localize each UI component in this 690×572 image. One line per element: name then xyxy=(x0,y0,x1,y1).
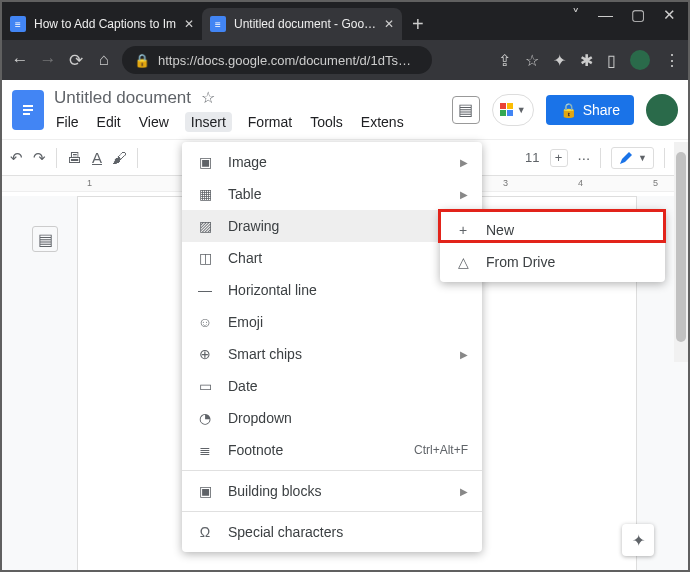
reload-icon[interactable]: ⟳ xyxy=(66,50,86,71)
svg-rect-5 xyxy=(507,103,513,109)
maximize-icon[interactable]: ▢ xyxy=(631,6,645,24)
insert-smartchips[interactable]: ⊕Smart chips▶ xyxy=(182,338,482,370)
minimize-icon[interactable]: — xyxy=(598,6,613,24)
new-tab-button[interactable]: + xyxy=(402,8,434,40)
header-right: ▤ ▼ 🔒 Share xyxy=(452,94,678,126)
redo-icon[interactable]: ↷ xyxy=(33,149,46,167)
menu-label: Date xyxy=(228,378,258,394)
star-icon[interactable]: ☆ xyxy=(201,88,215,107)
insert-date[interactable]: ▭Date xyxy=(182,370,482,402)
insert-building-blocks[interactable]: ▣Building blocks▶ xyxy=(182,475,482,507)
more-toolbar-icon[interactable]: ··· xyxy=(578,149,591,166)
menu-label: From Drive xyxy=(486,254,555,270)
menu-label: Smart chips xyxy=(228,346,302,362)
menu-label: Image xyxy=(228,154,267,170)
insert-dropdown[interactable]: ◔Dropdown xyxy=(182,402,482,434)
explore-button[interactable]: ✦ xyxy=(622,524,654,556)
caret-down-icon: ▼ xyxy=(638,153,647,163)
svg-rect-4 xyxy=(500,103,506,109)
tab-close-icon[interactable]: ✕ xyxy=(184,17,194,31)
omnibox[interactable]: 🔒 https://docs.google.com/document/d/1dT… xyxy=(122,46,432,74)
close-icon[interactable]: ✕ xyxy=(663,6,676,24)
insert-special-chars[interactable]: ΩSpecial characters xyxy=(182,516,482,548)
insert-drawing[interactable]: ▨Drawing▶ xyxy=(182,210,482,242)
menu-edit[interactable]: Edit xyxy=(95,112,123,132)
menu-label: Chart xyxy=(228,250,262,266)
forward-icon[interactable]: → xyxy=(38,50,58,70)
share-icon[interactable]: ⇪ xyxy=(498,51,511,70)
doc-title[interactable]: Untitled document xyxy=(54,88,191,108)
tab-close-icon[interactable]: ✕ xyxy=(384,17,394,31)
drawing-new[interactable]: +New xyxy=(440,214,665,246)
footnote-icon: ≣ xyxy=(196,442,214,458)
profile-avatar[interactable] xyxy=(630,50,650,70)
menu-insert[interactable]: Insert xyxy=(185,112,232,132)
submenu-arrow-icon: ▶ xyxy=(460,486,468,497)
menu-label: Drawing xyxy=(228,218,279,234)
menu-extensions[interactable]: Extens xyxy=(359,112,406,132)
omega-icon: Ω xyxy=(196,524,214,540)
ruler-mark: 5 xyxy=(653,178,658,188)
share-label: Share xyxy=(583,102,620,118)
comments-icon[interactable]: ▤ xyxy=(452,96,480,124)
svg-rect-1 xyxy=(23,105,33,107)
tab-untitled[interactable]: ≡ Untitled document - Google ✕ xyxy=(202,8,402,40)
submenu-arrow-icon: ▶ xyxy=(460,157,468,168)
drive-icon: △ xyxy=(454,254,472,270)
extension-icon[interactable]: ✦ xyxy=(553,51,566,70)
menu-file[interactable]: File xyxy=(54,112,81,132)
menubar: File Edit View Insert Format Tools Exten… xyxy=(54,112,442,132)
puzzle-icon[interactable]: ✱ xyxy=(580,51,593,70)
insert-chart[interactable]: ◫Chart▶ xyxy=(182,242,482,274)
drawing-from-drive[interactable]: △From Drive xyxy=(440,246,665,278)
tabs-icon[interactable]: ▯ xyxy=(607,51,616,70)
kebab-menu-icon[interactable]: ⋮ xyxy=(664,51,680,70)
print-icon[interactable]: 🖶 xyxy=(67,149,82,166)
shortcut-label: Ctrl+Alt+F xyxy=(414,443,468,457)
date-icon: ▭ xyxy=(196,378,214,394)
chart-icon: ◫ xyxy=(196,250,214,266)
docs-favicon: ≡ xyxy=(10,16,26,32)
url-text: https://docs.google.com/document/d/1dTsW… xyxy=(158,53,420,68)
insert-emoji[interactable]: ☺Emoji xyxy=(182,306,482,338)
font-size-plus[interactable]: + xyxy=(550,149,568,167)
tab-label: How to Add Captions to Im xyxy=(34,17,178,31)
home-icon[interactable]: ⌂ xyxy=(94,50,114,70)
svg-rect-2 xyxy=(23,109,33,111)
font-size[interactable]: 11 xyxy=(525,150,539,165)
docs-logo-icon[interactable] xyxy=(12,90,44,130)
menu-label: Emoji xyxy=(228,314,263,330)
insert-hr[interactable]: —Horizontal line xyxy=(182,274,482,306)
plus-icon: + xyxy=(454,222,472,238)
back-icon[interactable]: ← xyxy=(10,50,30,70)
ruler-mark: 3 xyxy=(503,178,508,188)
bookmark-star-icon[interactable]: ☆ xyxy=(525,51,539,70)
chevron-down-icon[interactable]: ˅ xyxy=(572,6,580,24)
svg-rect-3 xyxy=(23,113,30,115)
meet-button[interactable]: ▼ xyxy=(492,94,534,126)
paint-format-icon[interactable]: 🖌 xyxy=(112,149,127,166)
tab-howto[interactable]: ≡ How to Add Captions to Im ✕ xyxy=(2,8,202,40)
menu-view[interactable]: View xyxy=(137,112,171,132)
doc-meta: Untitled document ☆ File Edit View Inser… xyxy=(54,88,442,132)
dropdown-icon: ◔ xyxy=(196,410,214,426)
insert-footnote[interactable]: ≣FootnoteCtrl+Alt+F xyxy=(182,434,482,466)
insert-menu: ▣Image▶ ▦Table▶ ▨Drawing▶ ◫Chart▶ —Horiz… xyxy=(182,142,482,552)
insert-image[interactable]: ▣Image▶ xyxy=(182,146,482,178)
account-avatar[interactable] xyxy=(646,94,678,126)
browser-actions: ⇪ ☆ ✦ ✱ ▯ ⋮ xyxy=(498,50,680,70)
menu-format[interactable]: Format xyxy=(246,112,294,132)
editing-mode-button[interactable]: ▼ xyxy=(611,147,654,169)
submenu-arrow-icon: ▶ xyxy=(460,189,468,200)
outline-toggle-icon[interactable]: ▤ xyxy=(32,226,58,252)
undo-icon[interactable]: ↶ xyxy=(10,149,23,167)
share-button[interactable]: 🔒 Share xyxy=(546,95,634,125)
menu-scrollbar[interactable] xyxy=(674,142,688,362)
drawing-submenu: +New △From Drive xyxy=(440,210,665,282)
svg-rect-7 xyxy=(507,110,513,116)
spellcheck-icon[interactable]: A xyxy=(92,149,102,166)
menu-tools[interactable]: Tools xyxy=(308,112,345,132)
insert-table[interactable]: ▦Table▶ xyxy=(182,178,482,210)
lock-icon: 🔒 xyxy=(560,102,577,118)
blocks-icon: ▣ xyxy=(196,483,214,499)
